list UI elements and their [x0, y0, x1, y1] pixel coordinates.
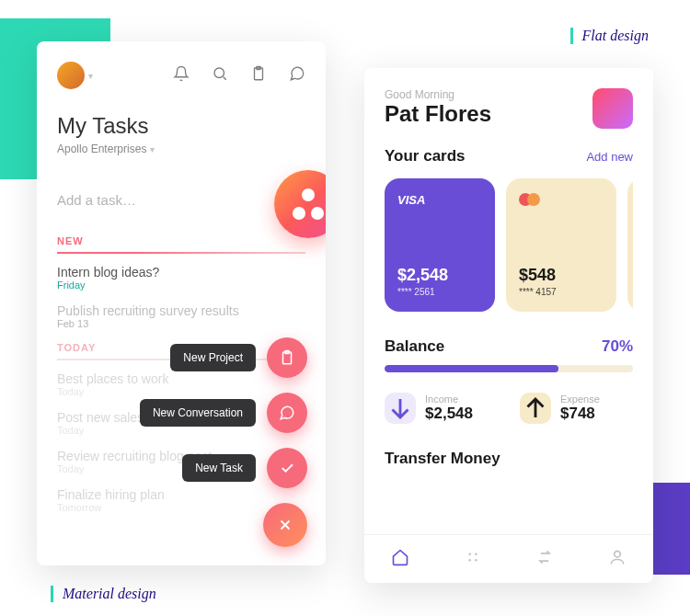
svg-point-0 [214, 68, 224, 78]
income-item[interactable]: Income$2,548 [385, 393, 498, 424]
label-flat-design: Flat design [570, 28, 649, 44]
svg-point-7 [468, 559, 471, 562]
tab-grid[interactable] [464, 548, 482, 570]
workspace-name: Apollo Enterprises [57, 143, 146, 155]
card-amount: $548 [519, 266, 604, 285]
arrow-up-icon [520, 393, 551, 424]
section-title: Your cards [385, 147, 466, 165]
user-menu[interactable]: ▾ [57, 62, 93, 89]
task-row[interactable]: Intern blog ideas? Friday [57, 265, 305, 291]
fab-label: New Project [170, 344, 256, 371]
svg-point-9 [614, 551, 620, 557]
expense-label: Expense [560, 394, 600, 405]
card-number: **** 2561 [397, 287, 482, 297]
search-icon[interactable] [212, 65, 228, 86]
expense-value: $748 [560, 405, 600, 423]
task-title: Publish recruiting survey results [57, 303, 305, 318]
expense-item[interactable]: Expense$748 [520, 393, 633, 424]
page-title: My Tasks [57, 113, 305, 139]
tab-profile[interactable] [608, 548, 627, 570]
arrow-down-icon [385, 393, 416, 424]
add-task-input[interactable]: Add a task… [57, 192, 305, 208]
tabbar [364, 534, 653, 583]
fab-new-task[interactable]: New Task [182, 448, 307, 488]
svg-point-8 [475, 559, 477, 562]
add-new-link[interactable]: Add new [586, 150, 633, 164]
label-material-design: Material design [51, 586, 156, 602]
task-row[interactable]: Publish recruiting survey results Feb 13 [57, 303, 305, 329]
progress-fill [385, 365, 558, 372]
fab-stack: New Project New Conversation New Task [140, 337, 307, 547]
balance-pct: 70% [602, 337, 633, 356]
income-label: Income [425, 394, 473, 405]
balance-label: Balance [385, 337, 444, 356]
fab-close[interactable] [263, 503, 307, 547]
card-visa[interactable]: VISA $2,548**** 2561 [385, 178, 495, 312]
card-mastercard-2[interactable]: $84**** [627, 178, 633, 312]
clipboard-icon[interactable] [250, 65, 267, 86]
task-date: Feb 13 [57, 318, 305, 329]
bell-icon[interactable] [173, 65, 190, 86]
material-app: ▾ My Tasks Apollo Enterprises▾ Add a tas… [37, 41, 326, 565]
fab-label: New Conversation [140, 399, 256, 427]
cards-header: Your cards Add new [385, 147, 633, 165]
workspace-selector[interactable]: Apollo Enterprises▾ [57, 143, 305, 155]
avatar[interactable] [592, 88, 633, 129]
income-expense-row: Income$2,548 Expense$748 [385, 393, 633, 424]
task-date: Friday [57, 279, 305, 291]
card-number: **** 4157 [519, 287, 604, 297]
balance-section: Balance 70% [385, 337, 633, 372]
cards-row: VISA $2,548**** 2561 $548**** 4157 $84**… [385, 178, 633, 312]
chevron-down-icon: ▾ [88, 71, 93, 81]
avatar [57, 62, 85, 89]
flat-app: Good Morning Pat Flores Your cards Add n… [364, 68, 653, 583]
svg-point-5 [468, 553, 471, 555]
card-amount: $2,548 [397, 266, 482, 285]
logo-fab[interactable] [274, 170, 326, 238]
check-icon [267, 448, 307, 488]
svg-point-6 [475, 553, 477, 555]
close-icon [263, 503, 307, 547]
card-mastercard[interactable]: $548**** 4157 [506, 178, 616, 312]
tab-home[interactable] [391, 548, 409, 570]
divider [57, 252, 305, 254]
topbar: ▾ [57, 62, 305, 89]
mastercard-icon [519, 193, 604, 206]
progress-bar [385, 365, 633, 372]
task-title: Intern blog ideas? [57, 265, 305, 279]
chat-icon [267, 393, 307, 433]
card-brand: VISA [397, 193, 482, 207]
tab-transfer[interactable] [535, 548, 554, 570]
fab-new-conversation[interactable]: New Conversation [140, 393, 307, 433]
section-new: NEW [57, 235, 305, 246]
chevron-down-icon: ▾ [150, 144, 155, 154]
income-value: $2,548 [425, 405, 473, 423]
clipboard-icon [267, 337, 307, 378]
fab-label: New Task [182, 454, 256, 482]
fab-new-project[interactable]: New Project [170, 337, 307, 378]
chat-icon[interactable] [289, 65, 305, 86]
topbar-icons [173, 65, 305, 86]
transfer-title: Transfer Money [385, 450, 633, 468]
